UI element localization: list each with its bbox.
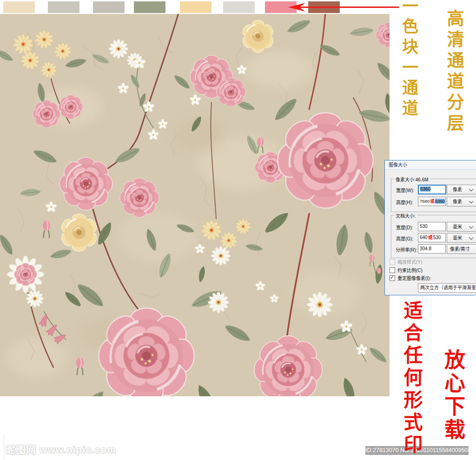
scale-styles-row: 缩放样式(Y)	[390, 259, 422, 265]
pixel-height-unit-dropdown[interactable]: 像素	[447, 197, 476, 207]
red-arrow-icon	[279, 0, 409, 15]
constrain-proportions-row: 约束比例(C)	[390, 267, 423, 273]
color-swatch-light-gray	[48, 1, 79, 13]
resample-image-row: 重定图像像素(I):	[390, 275, 431, 281]
pixel-height-label: 高度(H):	[396, 199, 413, 206]
dialog-title-bar: 图像大小	[385, 160, 476, 170]
chevron-down-icon	[469, 199, 474, 204]
page: { "swatches": [ {"name": "cream", "color…	[0, 0, 476, 460]
annotation-download-with-confidence: 放心下载	[438, 349, 468, 442]
pixel-width-unit-dropdown[interactable]: 像素	[447, 185, 476, 194]
pixel-dimensions-group	[391, 179, 476, 212]
wallpaper-pattern-image	[0, 14, 390, 396]
resample-method-dropdown[interactable]: 两次立方（适用于平滑渐变	[418, 283, 476, 293]
resolution-unit-dropdown[interactable]: 像素/英寸	[447, 244, 476, 254]
pixel-height-input[interactable]: 7680或6360	[418, 197, 446, 206]
annotation-hd-channel-layers: 高清通道分层	[442, 9, 467, 135]
color-swatch-warm-gray	[93, 1, 125, 13]
doc-height-label: 高度(G):	[396, 235, 413, 242]
constrain-proportions-checkbox[interactable]	[390, 267, 395, 273]
doc-width-input[interactable]: 530	[418, 222, 446, 231]
doc-height-input[interactable]: 640或530	[418, 233, 446, 242]
doc-width-unit-dropdown[interactable]: 毫米	[447, 222, 476, 232]
pixel-width-label: 宽度(W):	[396, 187, 414, 193]
pixel-dimensions-label: 像素大小:46.6M	[394, 176, 430, 183]
resolution-label: 分辨率(R):	[396, 246, 417, 253]
dialog-title: 图像大小	[389, 162, 407, 167]
color-swatch-sage-green	[134, 1, 165, 13]
doc-width-label: 宽度(D):	[396, 224, 413, 231]
chevron-down-icon	[469, 187, 474, 192]
correction-mark: 或	[430, 199, 435, 204]
document-size-label: 文档大小:	[394, 212, 417, 219]
scale-styles-checkbox[interactable]	[390, 259, 395, 265]
color-swatch-wheat	[180, 1, 212, 13]
nipic-watermark: 昵图网 www.nipic.com	[6, 442, 116, 456]
chevron-down-icon	[469, 235, 474, 240]
footer-divider	[4, 433, 4, 460]
image-size-dialog: 图像大小 像素大小:46.6M 宽度(W): 6360 像素 高度(H): 76…	[384, 160, 476, 295]
color-swatch-cream	[3, 1, 35, 13]
doc-height-unit-dropdown[interactable]: 毫米	[447, 233, 476, 243]
annotation-suitable-for-any-print: 适合任何形式印	[397, 300, 425, 457]
resample-image-checkbox[interactable]	[390, 275, 395, 281]
chevron-down-icon	[469, 224, 474, 229]
resolution-input[interactable]: 304.8	[418, 244, 446, 253]
correction-mark: 或	[428, 235, 433, 240]
pixel-width-input[interactable]: 6360	[418, 185, 446, 194]
color-swatch-pale-gray	[223, 1, 255, 13]
annotation-one-block-one-channel: 一色块一通道	[397, 0, 421, 120]
